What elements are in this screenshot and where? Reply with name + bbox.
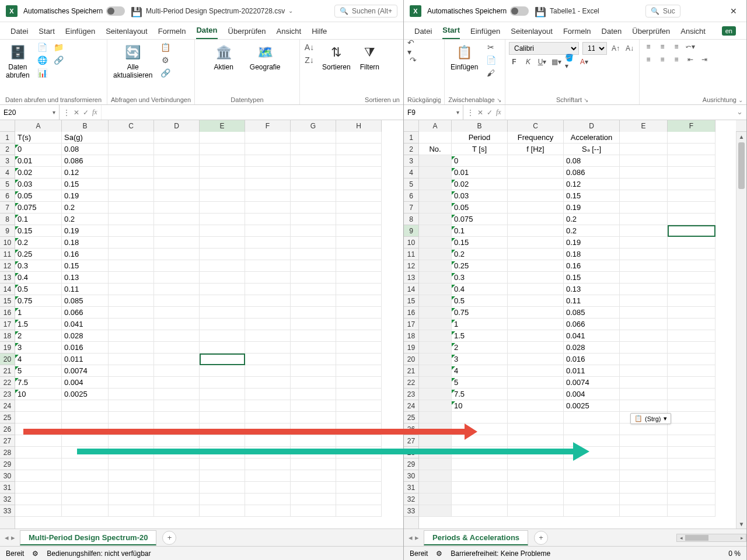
cell[interactable]: 0.1 <box>15 214 62 225</box>
row-header[interactable]: 4 <box>0 167 15 178</box>
cell[interactable] <box>508 167 564 178</box>
border-icon[interactable]: ▦▾ <box>551 57 561 66</box>
cell[interactable] <box>154 470 200 482</box>
cell[interactable] <box>109 214 154 225</box>
cell[interactable] <box>668 435 715 447</box>
cell[interactable]: 0.75 <box>452 307 508 318</box>
cell[interactable] <box>452 482 508 494</box>
tab-überprüfen[interactable]: Überprüfen <box>632 24 670 39</box>
decrease-indent-icon[interactable]: ⇤ <box>685 55 696 64</box>
cell[interactable] <box>109 494 154 505</box>
cell[interactable] <box>419 237 452 249</box>
cell[interactable]: 0.016 <box>564 354 620 365</box>
cell[interactable] <box>154 132 200 144</box>
cell[interactable] <box>62 505 109 517</box>
row-header[interactable]: 8 <box>0 214 15 225</box>
cell[interactable]: 0.2 <box>452 249 508 260</box>
underline-icon[interactable]: U▾ <box>537 57 547 66</box>
cell[interactable] <box>419 330 452 342</box>
cell[interactable] <box>564 505 620 517</box>
tab-einfügen[interactable]: Einfügen <box>470 24 500 39</box>
cell[interactable] <box>668 202 715 214</box>
dialog-launcher-icon[interactable]: ↘ <box>584 97 588 103</box>
language-badge[interactable]: en <box>722 26 736 36</box>
cell[interactable] <box>154 260 200 272</box>
cell[interactable] <box>620 178 668 190</box>
cell[interactable] <box>291 365 336 377</box>
cell[interactable] <box>508 178 564 190</box>
cell[interactable] <box>620 494 668 505</box>
cell[interactable]: 0.028 <box>62 330 109 342</box>
cell[interactable] <box>508 365 564 377</box>
cell[interactable] <box>200 400 245 412</box>
cell[interactable]: 0.3 <box>452 272 508 284</box>
cell[interactable] <box>245 144 291 155</box>
expand-icon[interactable]: ⋮ <box>63 108 70 117</box>
cell[interactable] <box>620 365 668 377</box>
cell[interactable] <box>154 330 200 342</box>
cell[interactable]: 0.1 <box>452 225 508 237</box>
cell[interactable]: 4 <box>452 365 508 377</box>
cell[interactable]: 0.01 <box>452 167 508 178</box>
cell[interactable] <box>668 214 715 225</box>
save-icon[interactable]: 💾 <box>535 6 544 16</box>
cell[interactable] <box>668 237 715 249</box>
cell[interactable] <box>419 365 452 377</box>
row-header[interactable]: 6 <box>404 190 418 202</box>
cell[interactable] <box>620 459 668 470</box>
cell[interactable] <box>620 132 668 144</box>
cell[interactable] <box>419 190 452 202</box>
fx-icon[interactable]: fx <box>496 108 501 117</box>
cell[interactable] <box>508 494 564 505</box>
cell[interactable] <box>245 284 291 295</box>
expand-formula-icon[interactable]: ⌄ <box>733 105 746 120</box>
cell[interactable] <box>200 202 245 214</box>
cell[interactable]: 0.03 <box>15 178 62 190</box>
cell[interactable]: 0.25 <box>15 249 62 260</box>
cell[interactable] <box>109 260 154 272</box>
cell[interactable] <box>154 388 200 400</box>
cell[interactable] <box>668 167 715 178</box>
cell[interactable] <box>668 284 715 295</box>
tab-überprüfen[interactable]: Überprüfen <box>228 24 266 39</box>
cell[interactable] <box>508 470 564 482</box>
cell[interactable]: 1 <box>452 318 508 330</box>
edit-links-icon[interactable]: 🔗 <box>159 68 171 78</box>
cell[interactable]: 0.2 <box>15 237 62 249</box>
cell[interactable] <box>154 400 200 412</box>
col-header-F[interactable]: F <box>668 120 715 132</box>
row-header[interactable]: 30 <box>404 470 418 482</box>
cell[interactable] <box>200 284 245 295</box>
cell[interactable] <box>419 167 452 178</box>
cell[interactable]: 1 <box>15 307 62 318</box>
cell[interactable] <box>419 132 452 144</box>
col-header-H[interactable]: H <box>336 120 382 132</box>
cell[interactable] <box>419 307 452 318</box>
row-header[interactable]: 17 <box>404 318 418 330</box>
col-header-B[interactable]: B <box>62 120 109 132</box>
cell[interactable] <box>245 388 291 400</box>
cell[interactable] <box>291 237 336 249</box>
tab-start[interactable]: Start <box>39 24 54 39</box>
cell[interactable] <box>200 354 245 365</box>
row-header[interactable]: 33 <box>0 505 15 517</box>
cell[interactable]: 0.12 <box>564 178 620 190</box>
cell[interactable] <box>109 132 154 144</box>
row-header[interactable]: 15 <box>0 295 15 307</box>
cell[interactable]: 4 <box>15 354 62 365</box>
search-box[interactable]: 🔍 Suc <box>645 5 680 18</box>
sort-desc-icon[interactable]: Z↓ <box>303 55 315 65</box>
cell[interactable]: 0.004 <box>564 388 620 400</box>
cell[interactable]: Sa(g) <box>62 132 109 144</box>
align-bottom-icon[interactable]: ≡ <box>671 42 682 51</box>
cell[interactable] <box>419 225 452 237</box>
cell[interactable] <box>336 284 382 295</box>
align-top-icon[interactable]: ≡ <box>643 42 654 51</box>
row-header[interactable]: 21 <box>0 365 15 377</box>
cell[interactable] <box>452 494 508 505</box>
cell[interactable] <box>336 167 382 178</box>
cell[interactable] <box>154 307 200 318</box>
row-header[interactable]: 14 <box>0 284 15 295</box>
sheet-nav[interactable]: ◂▸ <box>0 533 20 542</box>
cell[interactable]: 0.15 <box>452 237 508 249</box>
